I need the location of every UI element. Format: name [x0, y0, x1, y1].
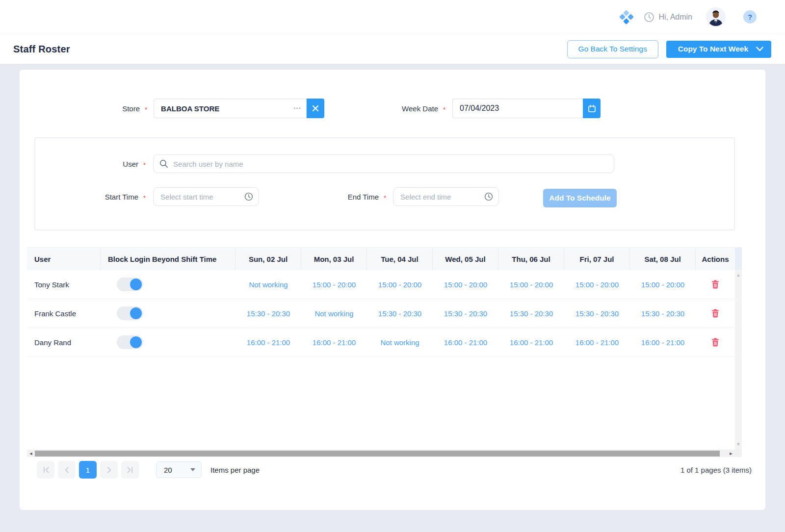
pagination-bar: 1 20 Items per page 1 of 1 pages (3 item…: [37, 461, 752, 479]
clock-icon: [244, 192, 253, 201]
pagination-summary: 1 of 1 pages (3 items): [680, 466, 752, 474]
shift-cell[interactable]: 15:30 - 20:30: [444, 309, 487, 318]
help-icon[interactable]: ?: [743, 10, 757, 24]
copy-to-next-week-button[interactable]: Copy To Next Week: [666, 41, 771, 58]
page-size-value: 20: [164, 466, 172, 474]
user-name-cell: Dany Rand: [27, 328, 101, 356]
delete-row-button[interactable]: [709, 307, 721, 320]
horizontal-scrollbar[interactable]: ◄ ►: [27, 450, 742, 457]
page-size-select[interactable]: 20: [156, 461, 202, 478]
apps-diamond-icon[interactable]: [620, 11, 633, 24]
clock-icon[interactable]: [644, 12, 654, 23]
greeting-text: Hi, Admin: [659, 13, 692, 22]
table-row: Tony Stark Not working 15:00 - 20:00 15:…: [27, 270, 735, 299]
start-time-label: Start Time: [35, 193, 138, 201]
user-avatar[interactable]: [706, 7, 726, 27]
shift-cell[interactable]: 15:00 - 20:00: [641, 280, 684, 289]
shift-cell[interactable]: 15:30 - 20:30: [510, 309, 553, 318]
roster-table: User Block Login Beyond Shift Time Sun, …: [27, 247, 742, 457]
week-date-label: Week Date: [378, 104, 438, 113]
scroll-down-icon[interactable]: ▼: [735, 441, 742, 448]
column-header-wed: Wed, 05 Jul: [433, 248, 498, 270]
shift-cell[interactable]: Not working: [314, 309, 353, 318]
shift-cell[interactable]: 15:30 - 20:30: [576, 309, 619, 318]
pagination-page-1-button[interactable]: 1: [79, 461, 97, 479]
pagination-first-button[interactable]: [37, 461, 54, 479]
table-row: Dany Rand 16:00 - 21:00 16:00 - 21:00 No…: [27, 328, 735, 357]
roster-card: Store * ••• Week Date *: [20, 70, 765, 510]
user-name-cell: Frank Castle: [27, 299, 101, 328]
page-background: Store * ••• Week Date *: [0, 64, 785, 532]
block-login-toggle[interactable]: [117, 335, 143, 349]
search-user-input[interactable]: [153, 154, 614, 173]
shift-cell[interactable]: 16:00 - 21:00: [510, 338, 553, 347]
store-label: Store: [88, 104, 140, 113]
shift-cell[interactable]: 15:30 - 20:30: [378, 309, 421, 318]
store-clear-button[interactable]: [307, 99, 324, 118]
trash-icon: [711, 338, 719, 347]
pagination-prev-button[interactable]: [58, 461, 76, 479]
scroll-up-icon[interactable]: ▲: [735, 272, 742, 279]
user-name-cell: Tony Stark: [27, 270, 101, 299]
clock-icon: [484, 192, 493, 201]
page-title: Staff Roster: [13, 44, 70, 55]
shift-cell[interactable]: 15:00 - 20:00: [444, 280, 487, 289]
shift-cell[interactable]: 16:00 - 21:00: [576, 338, 619, 347]
block-login-toggle[interactable]: [117, 306, 143, 320]
vertical-scrollbar[interactable]: ▲ ▼: [735, 247, 742, 450]
search-icon: [159, 159, 168, 168]
shift-cell[interactable]: Not working: [249, 280, 288, 289]
start-time-input[interactable]: [153, 187, 259, 206]
end-time-label: End Time: [266, 193, 379, 201]
shift-cell[interactable]: Not working: [380, 338, 419, 347]
required-asterisk: *: [384, 194, 386, 202]
calendar-button[interactable]: [583, 99, 601, 118]
topbar: Hi, Admin ?: [0, 0, 785, 34]
end-time-input[interactable]: [393, 187, 499, 206]
column-header-block-login: Block Login Beyond Shift Time: [101, 248, 236, 270]
add-shift-panel: User * Start Time *: [34, 137, 735, 230]
shift-cell[interactable]: 15:30 - 20:30: [247, 309, 290, 318]
store-input[interactable]: [154, 99, 289, 118]
shift-cell[interactable]: 16:00 - 21:00: [313, 338, 356, 347]
calendar-icon: [588, 104, 596, 113]
column-header-actions: Actions: [696, 248, 735, 270]
table-row: Frank Castle 15:30 - 20:30 Not working 1…: [27, 299, 735, 328]
required-asterisk: *: [143, 194, 146, 202]
caret-down-icon: [190, 468, 195, 471]
shift-cell[interactable]: 15:00 - 20:00: [378, 280, 421, 289]
block-login-toggle[interactable]: [117, 278, 143, 291]
scrollbar-thumb[interactable]: [35, 451, 720, 456]
user-label: User: [35, 160, 138, 168]
delete-row-button[interactable]: [709, 336, 721, 349]
store-options-icon[interactable]: •••: [289, 99, 307, 118]
page-header: Staff Roster Go Back To Settings Copy To…: [0, 34, 785, 64]
shift-cell[interactable]: 16:00 - 21:00: [247, 338, 290, 347]
shift-cell[interactable]: 15:00 - 20:00: [313, 280, 356, 289]
copy-button-label: Copy To Next Week: [678, 45, 748, 53]
pagination-next-button[interactable]: [100, 461, 118, 479]
shift-cell[interactable]: 16:00 - 21:00: [641, 338, 684, 347]
scroll-right-icon[interactable]: ►: [727, 451, 735, 456]
pagination-last-button[interactable]: [121, 461, 139, 479]
chevron-down-icon: [756, 47, 763, 52]
go-back-to-settings-button[interactable]: Go Back To Settings: [567, 40, 658, 58]
shift-cell[interactable]: 15:00 - 20:00: [576, 280, 619, 289]
scroll-left-icon[interactable]: ◄: [27, 451, 35, 456]
column-header-sun: Sun, 02 Jul: [236, 248, 301, 270]
column-header-user: User: [27, 248, 101, 270]
week-date-input[interactable]: [452, 99, 583, 118]
delete-row-button[interactable]: [709, 278, 721, 291]
close-icon: [312, 105, 319, 112]
column-header-fri: Fri, 07 Jul: [564, 248, 630, 270]
add-to-schedule-button[interactable]: Add To Schedule: [543, 189, 617, 207]
shift-cell[interactable]: 16:00 - 21:00: [444, 338, 487, 347]
shift-cell[interactable]: 15:30 - 20:30: [641, 309, 684, 318]
required-asterisk: *: [145, 106, 147, 113]
column-header-tue: Tue, 04 Jul: [367, 248, 433, 270]
items-per-page-label: Items per page: [210, 466, 260, 474]
required-asterisk: *: [443, 106, 445, 113]
table-header-row: User Block Login Beyond Shift Time Sun, …: [27, 247, 735, 270]
trash-icon: [711, 309, 719, 318]
shift-cell[interactable]: 15:00 - 20:00: [510, 280, 553, 289]
